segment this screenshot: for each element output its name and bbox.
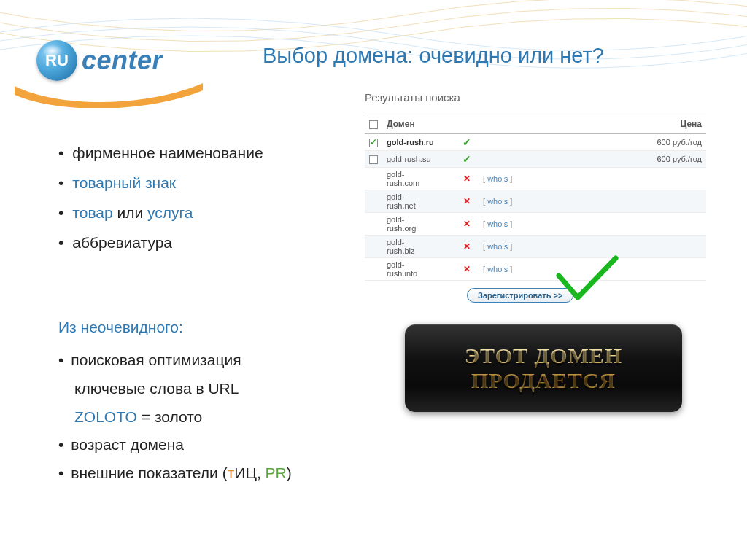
whois-link[interactable]: whois [487,197,508,206]
domain-results-table: Домен Цена gold-rush.ru✓600 руб./годgold… [365,114,706,281]
unavailable-icon: ✕ [455,213,479,236]
unavailable-icon: ✕ [455,168,479,190]
logo-swoosh [15,79,204,108]
domain-name: gold-rush.ru [382,134,455,151]
banner-text: ЭТОТ ДОМЕН ПРОДАЕТСЯ [465,343,622,394]
criteria-item: аббревиатура [58,228,299,258]
register-button[interactable]: Зарегистрировать >> [467,288,573,303]
nonobvious-heading: Из неочевидного: [58,314,336,342]
price-cell [573,168,706,190]
available-icon: ✓ [455,151,479,168]
nonobvious-item: возраст домена [58,431,336,459]
criteria-item: фирменное наименование [58,139,299,168]
price-cell [573,190,706,213]
table-row: gold-rush.ru✓600 руб./год [365,134,706,151]
table-row: gold-rush.biz✕[ whois ] [365,236,706,258]
price-cell [573,258,706,281]
domain-name: gold-rush.org [382,213,455,236]
table-row: gold-rush.su✓600 руб./год [365,151,706,168]
nonobvious-item: ZOLOTO = золото [58,403,336,432]
domain-name: gold-rush.com [382,168,455,190]
table-row: gold-rush.info✕[ whois ] [365,258,706,281]
slide-title: Выбор домена: очевидно или нет? [263,44,604,68]
criteria-item: товар или услуга [58,198,299,228]
nonobvious-item: ключевые слова в URL [58,375,336,403]
search-results-title: Результаты поиска [365,91,706,104]
domain-name: gold-rush.net [382,190,455,213]
domain-for-sale-banner: ЭТОТ ДОМЕН ПРОДАЕТСЯ [405,324,682,412]
price-cell [573,236,706,258]
brand-logo: RU center [36,40,163,81]
price-cell: 600 руб./год [573,151,706,168]
row-checkbox[interactable] [369,139,378,147]
domain-name: gold-rush.info [382,258,455,281]
unavailable-icon: ✕ [455,236,479,258]
price-cell: 600 руб./год [573,134,706,151]
col-header-price: Цена [573,114,706,134]
unavailable-icon: ✕ [455,190,479,213]
col-header-domain: Домен [382,114,455,134]
criteria-list: фирменное наименованиетоварный знактовар… [58,139,299,258]
domain-name: gold-rush.biz [382,236,455,258]
price-cell [573,213,706,236]
table-row: gold-rush.com✕[ whois ] [365,168,706,190]
table-row: gold-rush.net✕[ whois ] [365,190,706,213]
whois-link[interactable]: whois [487,242,508,251]
nonobvious-item: поисковая оптимизация [58,346,336,375]
whois-link[interactable]: whois [487,265,508,273]
nonobvious-block: Из неочевидного: поисковая оптимизациякл… [58,314,336,488]
logo-badge: RU [36,40,77,81]
whois-link[interactable]: whois [487,219,508,228]
whois-link[interactable]: whois [487,174,508,183]
search-results-panel: Результаты поиска Домен Цена gold-rush.r… [365,91,706,303]
unavailable-icon: ✕ [455,258,479,281]
select-all-checkbox[interactable] [369,120,378,129]
logo-text: center [82,45,163,76]
available-icon: ✓ [455,134,479,151]
criteria-item: товарный знак [58,168,299,198]
domain-name: gold-rush.su [382,151,455,168]
table-row: gold-rush.org✕[ whois ] [365,213,706,236]
row-checkbox[interactable] [369,155,378,164]
nonobvious-item: внешние показатели (тИЦ, PR) [58,459,336,488]
